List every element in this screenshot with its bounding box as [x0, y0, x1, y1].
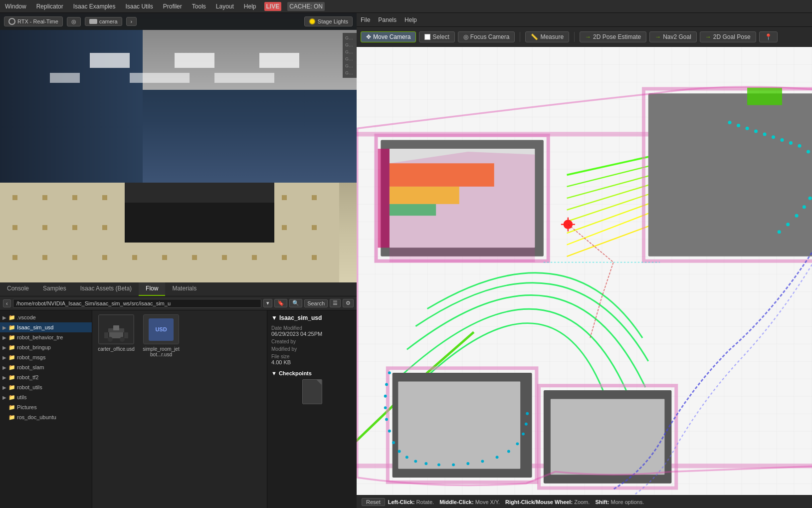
search-button[interactable]: 🔍: [289, 299, 302, 307]
svg-point-83: [385, 383, 388, 386]
location-icon: 📍: [765, 33, 772, 40]
search-field[interactable]: Search: [304, 299, 328, 307]
svg-point-100: [522, 433, 525, 436]
rtx-realtime-button[interactable]: RTX - Real-Time: [4, 16, 63, 26]
bottom-panel: Console Samples Isaac Assets (Beta) Flow…: [0, 282, 357, 508]
svg-point-57: [737, 124, 740, 127]
folder-icon: 📁: [8, 344, 15, 351]
file-path[interactable]: /home/robot/NVIDIA_Isaac_Sim/isaac_sim_w…: [13, 299, 261, 308]
tree-item-robot-utils[interactable]: ▶ 📁 robot_utils: [0, 382, 92, 392]
tree-item-ros-doc[interactable]: 📁 ros_doc_ubuntu: [0, 412, 92, 422]
file-thumb-carter[interactable]: carter_office.usd: [96, 314, 136, 352]
svg-point-15: [120, 337, 125, 342]
bookmark-button[interactable]: 🔖: [274, 299, 287, 307]
reset-button[interactable]: Reset: [362, 498, 385, 506]
modified-by-label: Modified by: [271, 346, 353, 352]
folder-icon: 📁: [8, 334, 15, 341]
svg-point-96: [481, 460, 484, 463]
tab-materials[interactable]: Materials: [165, 282, 203, 296]
file-label-carter: carter_office.usd: [98, 346, 135, 352]
select-checkbox-icon: [424, 34, 430, 40]
nav2goal-button[interactable]: → Nav2 Goal: [649, 31, 697, 42]
select-button[interactable]: Select: [419, 31, 454, 42]
middle-click-action: Move X/Y.: [475, 499, 500, 505]
filter-button[interactable]: ⚙: [343, 299, 354, 307]
checkpoints-header[interactable]: ▼ Checkpoints: [271, 370, 353, 376]
move-camera-button[interactable]: ✥ Move Camera: [361, 31, 416, 42]
expand-icon: ▶: [2, 335, 7, 340]
file-thumb-simple-room[interactable]: USD simple_room_jetbot...r.usd: [141, 314, 181, 357]
pose-2d-label: 2D Pose Estimate: [593, 33, 641, 40]
map-menu-help[interactable]: Help: [405, 16, 417, 23]
file-info-panel: ▼ Isaac_sim_usd Date Modified 06/29/2023…: [267, 310, 357, 508]
focus-camera-label: Focus Camera: [470, 33, 510, 40]
map-canvas: [357, 47, 812, 495]
tab-samples[interactable]: Samples: [36, 282, 73, 296]
folder-icon: 📁: [8, 314, 15, 321]
tree-item-isaac-sim-usd[interactable]: ▶ 📁 Isaac_sim_usd: [0, 322, 92, 332]
tab-console[interactable]: Console: [0, 282, 36, 296]
camera-button[interactable]: camera: [85, 17, 122, 26]
tree-item-robot-slam[interactable]: ▶ 📁 robot_slam: [0, 362, 92, 372]
svg-point-63: [789, 141, 793, 145]
tree-item-robot-behavior[interactable]: ▶ 📁 robot_behavior_tre: [0, 332, 92, 342]
folder-icon: 📁: [8, 404, 15, 411]
svg-rect-4: [130, 73, 190, 83]
stage-lights-button[interactable]: Stage Lights: [304, 16, 353, 26]
measure-icon: 📏: [531, 33, 538, 40]
focus-camera-button[interactable]: ◎ Focus Camera: [458, 31, 515, 42]
divider-2: [574, 32, 575, 42]
viewport-scene[interactable]: Graph Graph Graph Graph Graph Graph: [0, 13, 357, 282]
svg-point-74: [786, 223, 790, 226]
tree-item-robot-bringup[interactable]: ▶ 📁 robot_bringup: [0, 342, 92, 352]
menu-isaac-examples[interactable]: Isaac Examples: [71, 2, 118, 11]
svg-point-14: [108, 337, 113, 342]
graph-label-1: Graph: [345, 35, 355, 41]
expand-icon: ▶: [2, 315, 7, 320]
tab-flow[interactable]: Flow: [139, 282, 165, 296]
map-menu-file[interactable]: File: [361, 16, 370, 23]
move-camera-label: Move Camera: [373, 33, 410, 40]
triangle-icon: ▼: [271, 314, 277, 321]
map-view[interactable]: [357, 47, 812, 495]
menu-profiler[interactable]: Profiler: [161, 2, 184, 11]
date-modified-value: 06/29/2023 04:25PM: [271, 331, 353, 337]
tree-label: robot_behavior_tre: [17, 334, 63, 340]
panel-tabs: Console Samples Isaac Assets (Beta) Flow…: [0, 282, 357, 296]
map-menu-panels[interactable]: Panels: [378, 16, 397, 23]
tree-item-robot-tf2[interactable]: ▶ 📁 robot_tf2: [0, 372, 92, 382]
nav-back-button[interactable]: ‹: [3, 299, 11, 307]
view-list-button[interactable]: ☰: [330, 299, 341, 307]
menu-bar: Window Replicator Isaac Examples Isaac U…: [0, 0, 812, 13]
tree-item-pictures[interactable]: 📁 Pictures: [0, 402, 92, 412]
menu-replicator[interactable]: Replicator: [34, 2, 65, 11]
tree-label: robot_slam: [17, 364, 44, 370]
tree-item-robot-msgs[interactable]: ▶ 📁 robot_msgs: [0, 352, 92, 362]
tree-label: .vscode: [17, 314, 36, 320]
file-size-row: File size 4.00 KB: [271, 354, 353, 365]
tree-item-vscode[interactable]: ▶ 📁 .vscode: [0, 312, 92, 322]
path-dropdown-button[interactable]: ▾: [263, 299, 272, 307]
menu-tools[interactable]: Tools: [190, 2, 208, 11]
modified-by-row: Modified by: [271, 346, 353, 352]
measure-button[interactable]: 📏 Measure: [525, 31, 569, 42]
location-button[interactable]: 📍: [759, 31, 778, 42]
svg-rect-5: [214, 73, 274, 83]
left-click-label: Left-Click:: [388, 499, 415, 505]
expand-icon: ▶: [2, 375, 7, 380]
menu-isaac-utils[interactable]: Isaac Utils: [123, 2, 155, 11]
viewport-mode-button[interactable]: ◎: [67, 17, 81, 26]
svg-point-61: [772, 135, 775, 139]
viewport-chevron[interactable]: ›: [126, 17, 137, 26]
menu-layout[interactable]: Layout: [214, 2, 236, 11]
tab-isaac-assets[interactable]: Isaac Assets (Beta): [73, 282, 139, 296]
menu-window[interactable]: Window: [3, 2, 28, 11]
svg-point-87: [388, 430, 391, 433]
menu-help[interactable]: Help: [242, 2, 258, 11]
svg-point-73: [795, 214, 799, 218]
tree-item-utils[interactable]: ▶ 📁 utils: [0, 392, 92, 402]
viewport[interactable]: RTX - Real-Time ◎ camera › Stage Lights: [0, 13, 357, 282]
pose-2d-button[interactable]: → 2D Pose Estimate: [580, 31, 646, 42]
file-size-label: File size: [271, 354, 353, 359]
goal-2d-button[interactable]: → 2D Goal Pose: [700, 31, 756, 42]
